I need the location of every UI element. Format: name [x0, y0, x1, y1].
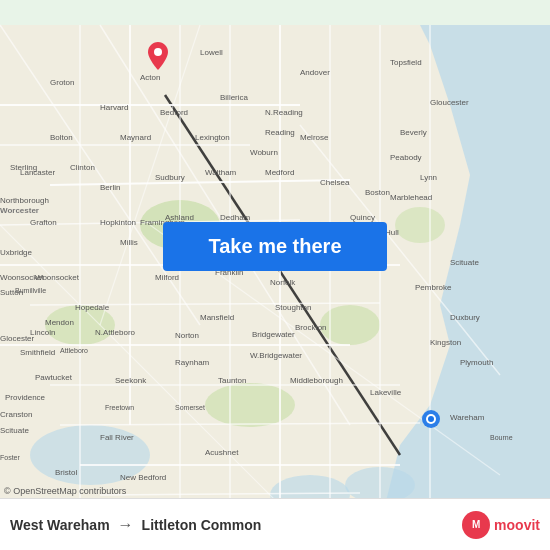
- map-container: Lancaster Lowell Andover Topsfield Glouc…: [0, 0, 550, 550]
- svg-text:Raynham: Raynham: [175, 358, 210, 367]
- moovit-icon: M: [462, 511, 490, 539]
- svg-text:Berlin: Berlin: [100, 183, 120, 192]
- svg-text:Grafton: Grafton: [30, 218, 57, 227]
- svg-text:Marblehead: Marblehead: [390, 193, 432, 202]
- svg-text:Freetown: Freetown: [105, 404, 134, 411]
- svg-text:Wareham: Wareham: [450, 413, 485, 422]
- svg-text:Middleborough: Middleborough: [290, 376, 343, 385]
- svg-text:Scituate: Scituate: [450, 258, 479, 267]
- svg-text:Kingston: Kingston: [430, 338, 461, 347]
- svg-text:Duxbury: Duxbury: [450, 313, 480, 322]
- osm-credit: © OpenStreetMap contributors: [4, 486, 126, 496]
- svg-text:Lincoln: Lincoln: [30, 328, 55, 337]
- svg-text:Pawtucket: Pawtucket: [35, 373, 73, 382]
- svg-text:Worcester: Worcester: [0, 206, 39, 215]
- svg-text:Bedford: Bedford: [160, 108, 188, 117]
- svg-text:Scituate: Scituate: [0, 426, 29, 435]
- svg-text:Hull: Hull: [385, 228, 399, 237]
- svg-text:Mendon: Mendon: [45, 318, 74, 327]
- svg-text:Woburn: Woburn: [250, 148, 278, 157]
- svg-text:Pembroke: Pembroke: [415, 283, 452, 292]
- svg-text:Peabody: Peabody: [390, 153, 422, 162]
- svg-text:Norton: Norton: [175, 331, 199, 340]
- svg-text:Harvard: Harvard: [100, 103, 128, 112]
- svg-text:Waltham: Waltham: [205, 168, 237, 177]
- svg-text:Northborough: Northborough: [0, 196, 49, 205]
- svg-text:Billerica: Billerica: [220, 93, 249, 102]
- svg-text:Stoughton: Stoughton: [275, 303, 311, 312]
- svg-text:Sudbury: Sudbury: [155, 173, 185, 182]
- svg-text:Bridgewater: Bridgewater: [252, 330, 295, 339]
- origin-label: West Wareham: [10, 517, 110, 533]
- svg-text:Somerset: Somerset: [175, 404, 205, 411]
- svg-text:New Bedford: New Bedford: [120, 473, 166, 482]
- svg-text:Brockton: Brockton: [295, 323, 327, 332]
- svg-point-8: [395, 207, 445, 243]
- svg-point-7: [320, 305, 380, 345]
- svg-text:Dedham: Dedham: [220, 213, 251, 222]
- svg-text:Topsfield: Topsfield: [390, 58, 422, 67]
- svg-text:Maynard: Maynard: [120, 133, 151, 142]
- svg-text:Andover: Andover: [300, 68, 330, 77]
- svg-point-122: [154, 48, 162, 56]
- svg-text:Groton: Groton: [50, 78, 74, 87]
- svg-text:Millis: Millis: [120, 238, 138, 247]
- svg-text:Lynn: Lynn: [420, 173, 437, 182]
- svg-text:Hopedale: Hopedale: [75, 303, 110, 312]
- svg-text:Chelsea: Chelsea: [320, 178, 350, 187]
- svg-point-125: [428, 416, 434, 422]
- svg-text:Reading: Reading: [265, 128, 295, 137]
- moovit-logo[interactable]: M moovit: [462, 511, 540, 539]
- svg-text:Lakeville: Lakeville: [370, 388, 402, 397]
- svg-text:Boston: Boston: [365, 188, 390, 197]
- svg-text:Woonsocket: Woonsocket: [0, 273, 45, 282]
- svg-text:Bourne: Bourne: [490, 434, 513, 441]
- svg-text:Bumillville: Bumillville: [15, 287, 46, 294]
- svg-text:Melrose: Melrose: [300, 133, 329, 142]
- svg-point-9: [205, 383, 295, 427]
- svg-text:Milford: Milford: [155, 273, 179, 282]
- svg-text:Bolton: Bolton: [50, 133, 73, 142]
- svg-text:Providence: Providence: [5, 393, 46, 402]
- svg-text:Smithfield: Smithfield: [20, 348, 55, 357]
- svg-text:Quincy: Quincy: [350, 213, 375, 222]
- destination-pin: [148, 42, 168, 74]
- svg-text:Seekonk: Seekonk: [115, 376, 147, 385]
- svg-text:Mansfield: Mansfield: [200, 313, 234, 322]
- svg-text:Plymouth: Plymouth: [460, 358, 493, 367]
- svg-text:Taunton: Taunton: [218, 376, 246, 385]
- svg-text:N.Reading: N.Reading: [265, 108, 303, 117]
- svg-text:Norfolk: Norfolk: [270, 278, 296, 287]
- svg-text:Clinton: Clinton: [70, 163, 95, 172]
- take-me-there-button[interactable]: Take me there: [163, 222, 387, 271]
- svg-text:Beverly: Beverly: [400, 128, 427, 137]
- arrow-icon: →: [118, 516, 134, 534]
- bottom-bar: West Wareham → Littleton Common M moovit: [0, 498, 550, 550]
- svg-text:Uxbridge: Uxbridge: [0, 248, 33, 257]
- svg-text:Foster: Foster: [0, 454, 21, 461]
- svg-text:Gloucester: Gloucester: [430, 98, 469, 107]
- svg-text:Hopkinton: Hopkinton: [100, 218, 136, 227]
- svg-text:Acushnet: Acushnet: [205, 448, 239, 457]
- svg-text:Fall River: Fall River: [100, 433, 134, 442]
- svg-text:Medford: Medford: [265, 168, 294, 177]
- destination-label: Littleton Common: [142, 517, 262, 533]
- svg-text:Sterling: Sterling: [10, 163, 37, 172]
- svg-text:Acton: Acton: [140, 73, 160, 82]
- svg-text:Cranston: Cranston: [0, 410, 32, 419]
- svg-text:W.Bridgewater: W.Bridgewater: [250, 351, 302, 360]
- svg-text:Lowell: Lowell: [200, 48, 223, 57]
- svg-text:Attleboro: Attleboro: [60, 347, 88, 354]
- svg-text:N.Attleboro: N.Attleboro: [95, 328, 136, 337]
- origin-pin: [422, 410, 440, 432]
- moovit-text: moovit: [494, 517, 540, 533]
- svg-text:Lexington: Lexington: [195, 133, 230, 142]
- svg-text:Bristol: Bristol: [55, 468, 77, 477]
